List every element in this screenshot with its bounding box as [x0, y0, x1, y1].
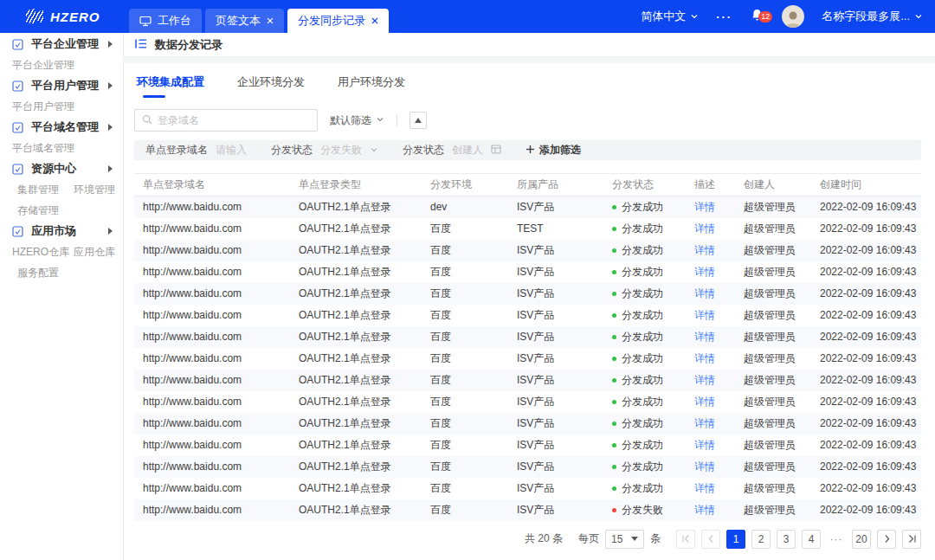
filter-distribution-status[interactable]: 分发状态 分发失败	[271, 143, 378, 158]
lookup-icon[interactable]	[491, 145, 501, 157]
table-row[interactable]: http://www.baidu.com OAUTH2.1单点登录 百度 ISV…	[134, 370, 921, 391]
sidebar-item-storage-mgmt[interactable]: 存储管理	[12, 203, 68, 218]
user-menu[interactable]: 名称字段最多展...	[822, 9, 923, 24]
cell-description: 详情	[686, 283, 735, 305]
page-title: 数据分发记录	[155, 37, 222, 53]
cell-sso-type: OAUTH2.1单点登录	[290, 456, 422, 478]
sidebar-item-enterprise-mgmt[interactable]: 平台企业管理	[12, 58, 74, 73]
last-page-button[interactable]	[902, 530, 921, 549]
nav-tab-label: 工作台	[158, 13, 191, 29]
table-row[interactable]: http://www.baidu.com OAUTH2.1单点登录 百度 ISV…	[134, 261, 921, 283]
table-row[interactable]: http://www.baidu.com OAUTH2.1单点登录 dev IS…	[134, 196, 921, 218]
avatar[interactable]	[782, 5, 804, 28]
cell-creator: 超级管理员	[735, 499, 811, 521]
sidebar-group-domain-mgmt[interactable]: 平台域名管理	[0, 117, 123, 138]
menu-fold-icon[interactable]	[134, 37, 147, 53]
table-row[interactable]: http://www.baidu.com OAUTH2.1单点登录 百度 ISV…	[134, 283, 921, 305]
nav-tab-workbench[interactable]: 工作台	[129, 9, 202, 33]
cell-creator: 超级管理员	[735, 196, 811, 218]
page-button-2[interactable]: 2	[751, 530, 771, 549]
status-text: 分发成功	[622, 374, 663, 386]
table-row[interactable]: http://www.baidu.com OAUTH2.1单点登录 百度 ISV…	[134, 456, 921, 478]
detail-link[interactable]: 详情	[694, 244, 715, 256]
sidebar-item-user-mgmt[interactable]: 平台用户管理	[12, 100, 74, 114]
page-size-select[interactable]: 15	[605, 530, 644, 549]
sidebar-item-hzero-repo[interactable]: HZERO仓库	[12, 245, 68, 260]
cell-status: 分发成功	[603, 261, 686, 283]
close-icon[interactable]	[371, 17, 378, 24]
sidebar-group-app-market[interactable]: 应用市场	[0, 221, 123, 241]
detail-link[interactable]: 详情	[694, 201, 715, 213]
cell-env: 百度	[422, 326, 508, 348]
page-button-4[interactable]: 4	[802, 530, 821, 549]
page-button-3[interactable]: 3	[777, 530, 796, 549]
table-row[interactable]: http://www.baidu.com OAUTH2.1单点登录 百度 ISV…	[134, 240, 921, 261]
table-row[interactable]: http://www.baidu.com OAUTH2.1单点登录 百度 ISV…	[134, 326, 921, 348]
cell-env: 百度	[422, 261, 508, 283]
sidebar-item-cluster-mgmt[interactable]: 集群管理	[12, 183, 68, 197]
table-row[interactable]: http://www.baidu.com OAUTH2.1单点登录 百度 ISV…	[134, 348, 921, 370]
cell-description: 详情	[686, 478, 735, 499]
sidebar-subrow: 平台域名管理	[0, 138, 123, 158]
col-description: 描述	[686, 174, 735, 196]
detail-link[interactable]: 详情	[694, 374, 715, 386]
nav-tab-distribution-log[interactable]: 分发同步记录	[287, 9, 389, 33]
table-row[interactable]: http://www.baidu.com OAUTH2.1单点登录 百度 ISV…	[134, 434, 921, 456]
menu-group-icon	[12, 80, 23, 92]
tab-env-integration-config[interactable]: 环境集成配置	[137, 74, 204, 98]
detail-link[interactable]: 详情	[694, 482, 715, 494]
detail-link[interactable]: 详情	[694, 266, 715, 278]
detail-link[interactable]: 详情	[694, 439, 715, 451]
sidebar-item-app-repo[interactable]: 应用仓库	[74, 245, 129, 260]
table-row[interactable]: http://www.baidu.com OAUTH2.1单点登录 百度 ISV…	[134, 413, 921, 434]
table-row[interactable]: http://www.baidu.com OAUTH2.1单点登录 百度 ISV…	[134, 478, 921, 499]
detail-link[interactable]: 详情	[694, 352, 715, 364]
data-table: 单点登录域名 单点登录类型 分发环境 所属产品 分发状态 描述 创建人 创建时间	[134, 173, 921, 521]
cell-creator: 超级管理员	[735, 305, 811, 326]
language-switcher[interactable]: 简体中文	[641, 9, 699, 24]
detail-link[interactable]: 详情	[694, 417, 715, 429]
detail-link[interactable]: 详情	[694, 287, 715, 299]
filter-sso-domain[interactable]: 单点登录域名 请输入	[145, 143, 247, 158]
table-row[interactable]: http://www.baidu.com OAUTH2.1单点登录 百度 ISV…	[134, 305, 921, 326]
status-dot	[612, 292, 616, 296]
tab-enterprise-env-distribution[interactable]: 企业环境分发	[237, 74, 305, 98]
more-menu[interactable]: ···	[716, 10, 732, 23]
status-text: 分发成功	[622, 439, 663, 451]
detail-link[interactable]: 详情	[694, 331, 715, 343]
filter-creator[interactable]: 分发状态 创建人	[403, 143, 501, 158]
cell-created-time: 2022-02-09 16:09:43	[811, 391, 921, 413]
detail-link[interactable]: 详情	[694, 222, 715, 235]
detail-link[interactable]: 详情	[694, 309, 715, 321]
page-button-1[interactable]: 1	[726, 530, 745, 549]
sidebar-item-env-mgmt[interactable]: 环境管理	[74, 183, 129, 197]
table-row[interactable]: http://www.baidu.com OAUTH2.1单点登录 百度 TES…	[134, 218, 921, 240]
logo[interactable]: HZERO	[0, 0, 124, 33]
prev-page-button[interactable]	[701, 530, 720, 549]
main-content: 数据分发记录 环境集成配置 企业环境分发 用户环境分发 默认筛选	[124, 33, 935, 560]
page-button-20[interactable]: 20	[852, 530, 871, 549]
cell-sso-type: OAUTH2.1单点登录	[290, 434, 422, 456]
detail-link[interactable]: 详情	[694, 504, 715, 516]
close-icon[interactable]	[267, 17, 274, 24]
sidebar-group-user-mgmt[interactable]: 平台用户管理	[0, 75, 123, 96]
next-page-button[interactable]	[877, 530, 896, 549]
detail-link[interactable]: 详情	[694, 396, 715, 408]
add-filter-button[interactable]: 添加筛选	[526, 143, 581, 158]
table-row[interactable]: http://www.baidu.com OAUTH2.1单点登录 百度 ISV…	[134, 499, 921, 521]
search-input[interactable]	[158, 114, 310, 126]
table-row[interactable]: http://www.baidu.com OAUTH2.1单点登录 百度 ISV…	[134, 391, 921, 413]
sidebar-group-enterprise-mgmt[interactable]: 平台企业管理	[0, 34, 123, 55]
nav-tab-page-text[interactable]: 页签文本	[205, 9, 284, 33]
search-box	[134, 109, 318, 132]
collapse-filter-button[interactable]	[409, 112, 427, 129]
sidebar-group-resource-center[interactable]: 资源中心	[0, 158, 123, 179]
tab-user-env-distribution[interactable]: 用户环境分发	[338, 74, 405, 98]
default-filter-select[interactable]: 默认筛选	[330, 113, 384, 128]
first-page-button[interactable]	[676, 530, 695, 549]
notification-bell[interactable]: 12	[750, 8, 764, 26]
sidebar-item-domain-mgmt[interactable]: 平台域名管理	[12, 141, 74, 156]
sidebar-item-service-config[interactable]: 服务配置	[12, 266, 68, 280]
cell-status: 分发成功	[603, 391, 686, 413]
detail-link[interactable]: 详情	[694, 460, 715, 473]
